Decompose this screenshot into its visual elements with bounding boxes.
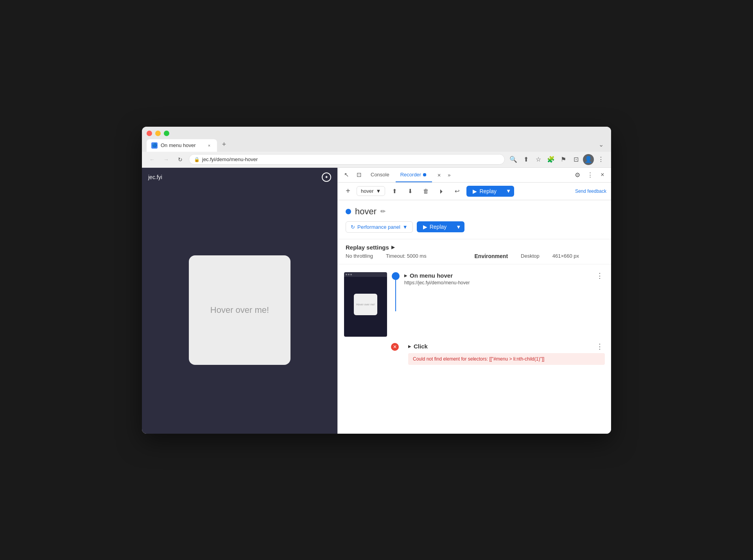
download-button[interactable]: ⬇ bbox=[404, 185, 416, 197]
close-button[interactable] bbox=[147, 131, 152, 136]
delete-button[interactable]: 🗑 bbox=[420, 185, 432, 197]
replay-dropdown-button[interactable]: ▼ bbox=[503, 186, 514, 197]
search-icon[interactable]: 🔍 bbox=[508, 154, 519, 165]
upload-button[interactable]: ⬆ bbox=[388, 185, 401, 197]
tab-console[interactable]: Console bbox=[366, 167, 394, 182]
step-click-header: ▶ Click ⋮ bbox=[408, 343, 605, 350]
perf-panel-icon: ↻ bbox=[351, 224, 355, 230]
page-area: jec.fyi ✦ Hover over me! bbox=[142, 168, 337, 434]
minimize-button[interactable] bbox=[155, 131, 161, 136]
devtools-more-button[interactable]: ⋮ bbox=[584, 169, 595, 180]
replay-settings-title: Replay settings bbox=[346, 244, 389, 251]
browser-window: 🔵 On menu hover × + ⌄ ← → ↻ 🔒 jec.fyi/de… bbox=[142, 127, 611, 434]
devtools-more-tabs-button[interactable]: » bbox=[446, 172, 452, 178]
add-recording-button[interactable]: + bbox=[342, 186, 353, 197]
tab-expand-button[interactable]: ⌄ bbox=[595, 139, 606, 150]
hover-card-text: Hover over me! bbox=[210, 305, 269, 315]
user-avatar[interactable]: 👤 bbox=[583, 154, 594, 165]
step-click-more[interactable]: ⋮ bbox=[595, 343, 605, 350]
maximize-button[interactable] bbox=[164, 131, 169, 136]
theme-toggle[interactable]: ✦ bbox=[322, 172, 331, 182]
title-bar: 🔵 On menu hover × + ⌄ bbox=[142, 127, 611, 152]
replay-button-label-2: Replay bbox=[430, 224, 447, 230]
step-title-row-2: ▶ Click bbox=[408, 343, 428, 350]
recording-selector-value: hover bbox=[361, 188, 374, 194]
recording-edit-button[interactable]: ✏ bbox=[380, 208, 385, 215]
thumb-bar bbox=[344, 272, 387, 277]
replay-main-button-2[interactable]: ▶ Replay bbox=[417, 221, 453, 232]
step-indicator-navigate bbox=[392, 272, 400, 280]
browser-more-button[interactable]: ⋮ bbox=[595, 154, 606, 165]
step-thumbnail[interactable]: Hover over me! bbox=[344, 272, 387, 337]
devtools-close-button[interactable]: × bbox=[597, 169, 608, 180]
replay-button-group: ▶ Replay ▼ bbox=[466, 186, 514, 197]
flag-icon[interactable]: ⚑ bbox=[558, 154, 569, 165]
replay-dropdown-button-2[interactable]: ▼ bbox=[453, 221, 464, 232]
perf-panel-label: Performance panel bbox=[357, 224, 400, 230]
steps-section: Hover over me! ▶ On menu hover bbox=[338, 264, 611, 434]
share-icon[interactable]: ⬆ bbox=[520, 154, 531, 165]
step-click: ✕ ▶ Click ⋮ Could not find element for s… bbox=[338, 340, 611, 368]
resolution-value: 461×660 px bbox=[552, 253, 579, 259]
env-value: Desktop bbox=[521, 253, 540, 259]
lock-icon: 🔒 bbox=[194, 157, 200, 162]
send-feedback-link[interactable]: Send feedback bbox=[575, 188, 606, 194]
step-click-content: ▶ Click ⋮ Could not find element for sel… bbox=[408, 343, 605, 365]
recording-actions-row: ↻ Performance panel ▼ ▶ Replay ▼ bbox=[346, 221, 603, 233]
cursor-tool-button[interactable]: ↖ bbox=[341, 169, 352, 180]
tab-recorder[interactable]: Recorder ⏺ bbox=[396, 167, 432, 182]
address-bar: ← → ↻ 🔒 jec.fyi/demo/menu-hover 🔍 ⬆ ☆ 🧩 … bbox=[142, 152, 611, 168]
step-navigate: Hover over me! ▶ On menu hover bbox=[338, 269, 611, 340]
devtools-panel: ↖ ⊡ Console Recorder ⏺ × » ⚙ ⋮ × bbox=[337, 168, 611, 434]
thumb-inner: Hover over me! bbox=[344, 272, 387, 337]
star-icon[interactable]: ☆ bbox=[533, 154, 544, 165]
responsive-tool-button[interactable]: ⊡ bbox=[353, 169, 364, 180]
address-input[interactable]: 🔒 jec.fyi/demo/menu-hover bbox=[189, 154, 505, 165]
tab-favicon: 🔵 bbox=[151, 142, 158, 149]
env-label: Environment bbox=[475, 253, 508, 259]
recorder-toolbar: + hover ▼ ⬆ ⬇ 🗑 ⏵ ↩ ▶ Replay ▼ bbox=[338, 183, 611, 200]
browser-tab-active[interactable]: 🔵 On menu hover × bbox=[147, 139, 217, 152]
thumb-dot-1 bbox=[346, 274, 347, 275]
step-navigate-title: On menu hover bbox=[410, 272, 453, 279]
step-indicator-click: ✕ bbox=[391, 343, 399, 351]
play-button[interactable]: ⏵ bbox=[435, 185, 448, 197]
replay-settings-left: No throttling Timeout: 5000 ms bbox=[346, 253, 475, 259]
hover-card[interactable]: Hover over me! bbox=[189, 255, 290, 365]
page-center: Hover over me! bbox=[142, 187, 337, 434]
timeout-value: Timeout: 5000 ms bbox=[386, 253, 427, 259]
recording-name-label: hover bbox=[355, 206, 376, 217]
thumb-dot-3 bbox=[350, 274, 352, 275]
step-title-row-1: ▶ On menu hover bbox=[404, 272, 453, 279]
recording-selector[interactable]: hover ▼ bbox=[357, 186, 385, 196]
replay-button-group-2: ▶ Replay ▼ bbox=[417, 221, 464, 232]
replay-play-icon-2: ▶ bbox=[423, 224, 427, 230]
step-navigate-expand[interactable]: ▶ bbox=[404, 273, 407, 278]
tab-close-button[interactable]: × bbox=[206, 142, 212, 149]
replay-settings-row: No throttling Timeout: 5000 ms Environme… bbox=[346, 253, 603, 259]
step-navigate-more[interactable]: ⋮ bbox=[595, 272, 605, 279]
step-navigate-url: https://jec.fyi/demo/menu-hover bbox=[404, 280, 605, 285]
extension-icon[interactable]: 🧩 bbox=[545, 154, 556, 165]
address-text: jec.fyi/demo/menu-hover bbox=[202, 156, 500, 162]
performance-panel-button[interactable]: ↻ Performance panel ▼ bbox=[346, 221, 413, 233]
recording-name-section: hover ✏ ↻ Performance panel ▼ ▶ Replay bbox=[338, 200, 611, 239]
replay-settings-expand-arrow: ▶ bbox=[391, 244, 395, 250]
replay-settings-header[interactable]: Replay settings ▶ bbox=[346, 244, 603, 251]
replay-button-label: Replay bbox=[479, 188, 497, 194]
step-click-expand[interactable]: ▶ bbox=[408, 344, 411, 348]
replay-play-icon: ▶ bbox=[473, 188, 477, 194]
console-tab-label: Console bbox=[371, 172, 389, 178]
recorder-tab-close-button[interactable]: × bbox=[434, 169, 445, 180]
step-replay-button[interactable]: ↩ bbox=[451, 185, 463, 197]
new-tab-button[interactable]: + bbox=[219, 139, 229, 150]
back-button[interactable]: ← bbox=[147, 154, 158, 165]
replay-main-button[interactable]: ▶ Replay bbox=[466, 186, 503, 197]
forward-button[interactable]: → bbox=[161, 154, 172, 165]
step-navigate-header: ▶ On menu hover ⋮ bbox=[404, 272, 605, 279]
thumb-mini-card: Hover over me! bbox=[354, 294, 377, 315]
step-line-1 bbox=[395, 280, 396, 311]
devtools-settings-button[interactable]: ⚙ bbox=[572, 169, 583, 180]
refresh-button[interactable]: ↻ bbox=[175, 154, 186, 165]
split-icon[interactable]: ⊡ bbox=[570, 154, 581, 165]
